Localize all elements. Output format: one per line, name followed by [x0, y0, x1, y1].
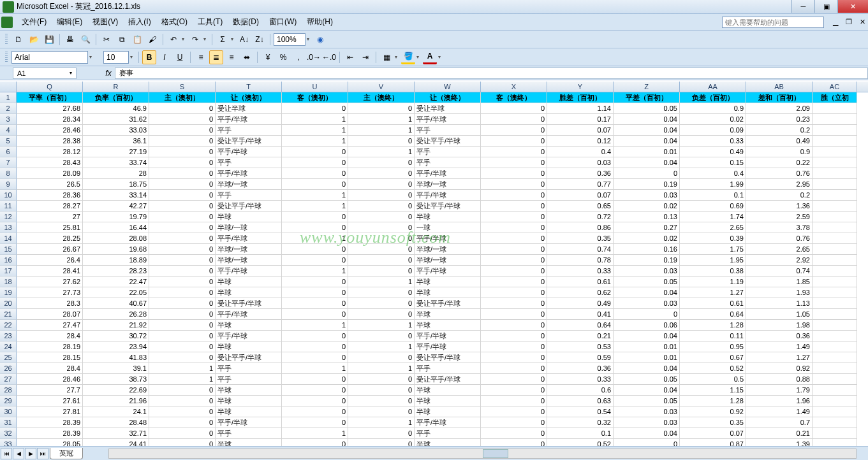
- data-cell[interactable]: 0.03: [614, 406, 680, 417]
- data-cell[interactable]: 21.92: [83, 320, 149, 331]
- column-header[interactable]: Q: [17, 82, 83, 92]
- data-cell[interactable]: 0.49: [680, 147, 746, 157]
- autosum-icon[interactable]: Σ: [216, 32, 230, 47]
- data-cell[interactable]: [813, 190, 857, 201]
- data-cell[interactable]: [813, 374, 857, 385]
- data-cell[interactable]: 0.87: [680, 439, 746, 446]
- data-cell[interactable]: 平手/半球: [216, 233, 282, 244]
- header-cell[interactable]: 客（澳终）: [481, 92, 547, 103]
- data-cell[interactable]: 2.92: [746, 255, 813, 266]
- data-cell[interactable]: [813, 168, 857, 179]
- data-cell[interactable]: 0.05: [614, 374, 680, 385]
- data-cell[interactable]: 0: [481, 244, 547, 255]
- data-cell[interactable]: 1.74: [680, 212, 746, 222]
- menu-window[interactable]: 窗口(W): [264, 15, 302, 29]
- data-cell[interactable]: 半球: [415, 385, 481, 396]
- data-cell[interactable]: 1.28: [680, 320, 746, 331]
- data-cell[interactable]: 28.08: [83, 233, 149, 244]
- data-cell[interactable]: 受让平手/半球: [415, 352, 481, 363]
- row-header[interactable]: 12: [0, 212, 17, 222]
- redo-icon[interactable]: ↷: [188, 32, 202, 47]
- data-cell[interactable]: 平手/半球: [216, 168, 282, 179]
- data-cell[interactable]: 0: [149, 396, 216, 406]
- data-cell[interactable]: 受让平手/半球: [216, 298, 282, 309]
- data-cell[interactable]: 0.03: [614, 266, 680, 277]
- row-header[interactable]: 17: [0, 266, 17, 277]
- data-cell[interactable]: 0.06: [614, 320, 680, 331]
- data-cell[interactable]: 0: [282, 396, 348, 406]
- data-cell[interactable]: 28.39: [17, 428, 83, 439]
- data-cell[interactable]: 0.36: [547, 363, 614, 374]
- print-preview-icon[interactable]: 🔍: [78, 32, 92, 47]
- data-cell[interactable]: 26.67: [17, 244, 83, 255]
- data-cell[interactable]: 0: [348, 331, 415, 341]
- data-cell[interactable]: 0: [481, 385, 547, 396]
- data-cell[interactable]: 1: [282, 428, 348, 439]
- data-cell[interactable]: [813, 385, 857, 396]
- data-cell[interactable]: 0: [282, 287, 348, 298]
- data-cell[interactable]: 半球: [216, 396, 282, 406]
- data-cell[interactable]: 28.12: [17, 147, 83, 157]
- data-cell[interactable]: 27.7: [17, 385, 83, 396]
- data-cell[interactable]: 半球: [216, 385, 282, 396]
- data-cell[interactable]: [813, 287, 857, 298]
- data-cell[interactable]: 0: [282, 157, 348, 168]
- sort-desc-icon[interactable]: Z↓: [253, 32, 267, 47]
- menu-view[interactable]: 视图(V): [87, 15, 123, 29]
- data-cell[interactable]: 1.93: [746, 287, 813, 298]
- row-header[interactable]: 8: [0, 168, 17, 179]
- header-cell[interactable]: 平差（百初）: [614, 92, 680, 103]
- data-cell[interactable]: 1: [348, 277, 415, 287]
- data-cell[interactable]: 0.88: [746, 374, 813, 385]
- data-cell[interactable]: 0.52: [547, 439, 614, 446]
- data-cell[interactable]: 0: [282, 417, 348, 428]
- new-icon[interactable]: 🗋: [11, 32, 26, 47]
- row-header[interactable]: 25: [0, 352, 17, 363]
- data-cell[interactable]: 0.64: [680, 309, 746, 320]
- data-cell[interactable]: 平手: [216, 374, 282, 385]
- data-cell[interactable]: 32.71: [83, 428, 149, 439]
- data-cell[interactable]: [813, 244, 857, 255]
- data-cell[interactable]: 0.35: [547, 233, 614, 244]
- column-header[interactable]: S: [149, 82, 216, 92]
- data-cell[interactable]: 30.72: [83, 331, 149, 341]
- data-cell[interactable]: 0: [149, 298, 216, 309]
- data-cell[interactable]: 0.33: [547, 266, 614, 277]
- data-cell[interactable]: 0.03: [614, 417, 680, 428]
- data-cell[interactable]: 0: [348, 233, 415, 244]
- data-cell[interactable]: 0.69: [680, 201, 746, 212]
- data-cell[interactable]: 0.04: [614, 385, 680, 396]
- data-cell[interactable]: 0.22: [746, 157, 813, 168]
- mdi-minimize[interactable]: ▁: [830, 18, 841, 26]
- data-cell[interactable]: 0.32: [547, 417, 614, 428]
- header-cell[interactable]: 平率（百初）: [17, 92, 83, 103]
- data-cell[interactable]: 27.47: [17, 320, 83, 331]
- header-cell[interactable]: 主（澳初）: [149, 92, 216, 103]
- data-cell[interactable]: [813, 125, 857, 136]
- fx-icon[interactable]: fx: [102, 69, 115, 78]
- data-cell[interactable]: 0.19: [614, 179, 680, 190]
- data-cell[interactable]: 1.99: [680, 179, 746, 190]
- data-cell[interactable]: 0.76: [746, 233, 813, 244]
- data-cell[interactable]: 1: [348, 320, 415, 331]
- data-cell[interactable]: 0: [282, 168, 348, 179]
- data-cell[interactable]: 平手: [216, 125, 282, 136]
- data-cell[interactable]: 0: [481, 190, 547, 201]
- data-cell[interactable]: 0: [149, 212, 216, 222]
- data-cell[interactable]: 半球: [216, 439, 282, 446]
- data-cell[interactable]: 0: [481, 157, 547, 168]
- data-cell[interactable]: 0: [348, 222, 415, 233]
- data-cell[interactable]: 2.59: [746, 212, 813, 222]
- data-cell[interactable]: 2.65: [746, 244, 813, 255]
- data-cell[interactable]: [813, 277, 857, 287]
- data-cell[interactable]: 0.74: [746, 266, 813, 277]
- data-cell[interactable]: 0.72: [547, 212, 614, 222]
- data-cell[interactable]: 0: [149, 385, 216, 396]
- data-cell[interactable]: 18.89: [83, 255, 149, 266]
- maximize-button[interactable]: ▣: [814, 0, 837, 13]
- data-cell[interactable]: [813, 147, 857, 157]
- data-cell[interactable]: 0.09: [680, 125, 746, 136]
- save-icon[interactable]: 💾: [42, 32, 56, 47]
- data-cell[interactable]: 1: [282, 320, 348, 331]
- data-cell[interactable]: [813, 406, 857, 417]
